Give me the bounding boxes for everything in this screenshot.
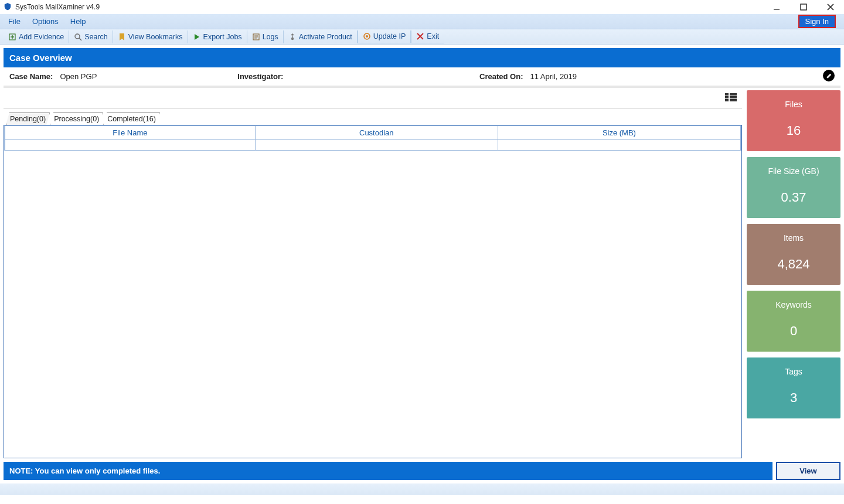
note-bar: NOTE: You can view only completed files. xyxy=(4,462,772,480)
activate-icon xyxy=(288,33,297,41)
toolbar-label: Add Evidence xyxy=(19,33,64,41)
title-bar: SysTools MailXaminer v4.9 xyxy=(0,0,844,14)
tile-tags[interactable]: Tags 3 xyxy=(747,357,840,418)
svg-rect-0 xyxy=(774,9,780,10)
created-on-value: 11 April, 2019 xyxy=(530,72,577,81)
tile-label: Items xyxy=(750,233,837,243)
svg-point-5 xyxy=(291,37,294,39)
tile-label: File Size (GB) xyxy=(750,166,837,176)
add-evidence-button[interactable]: Add Evidence xyxy=(4,30,69,43)
toolbar-label: Update IP xyxy=(373,32,406,40)
status-strip xyxy=(0,483,844,495)
window-maximize-icon[interactable] xyxy=(797,1,810,13)
search-button[interactable]: Search xyxy=(69,30,113,43)
svg-rect-9 xyxy=(730,93,737,96)
exit-icon xyxy=(416,32,424,40)
case-name-value: Open PGP xyxy=(60,72,97,81)
tile-label: Keywords xyxy=(750,300,837,309)
created-on-label: Created On: xyxy=(479,72,523,81)
toolbar-label: Export Jobs xyxy=(203,33,242,41)
file-table: File Name Custodian Size (MB) xyxy=(4,125,742,458)
status-tabs: Pending(0) Processing(0) Completed(16) xyxy=(4,113,742,125)
logs-icon xyxy=(252,33,260,41)
menu-bar: File Options Help Sign In xyxy=(0,14,844,29)
view-bookmarks-button[interactable]: View Bookmarks xyxy=(113,30,188,43)
tile-label: Tags xyxy=(750,367,837,376)
tab-pending[interactable]: Pending(0) xyxy=(6,113,50,125)
tile-value: 0.37 xyxy=(750,190,837,205)
tile-label: Files xyxy=(750,100,837,109)
add-icon xyxy=(8,33,16,41)
logs-button[interactable]: Logs xyxy=(247,30,284,43)
toolbar: Add Evidence Search View Bookmarks Expor… xyxy=(0,29,844,45)
column-custodian[interactable]: Custodian xyxy=(255,126,498,140)
sign-in-button[interactable]: Sign In xyxy=(798,15,836,28)
case-name-label: Case Name: xyxy=(9,72,53,81)
window-minimize-icon[interactable] xyxy=(770,1,783,13)
main-content-pane: Pending(0) Processing(0) Completed(16) F… xyxy=(4,88,742,458)
search-icon xyxy=(74,33,82,41)
update-icon xyxy=(363,32,371,40)
svg-rect-1 xyxy=(801,4,806,10)
svg-rect-13 xyxy=(730,99,737,101)
tile-value: 16 xyxy=(750,123,837,138)
toolbar-label: Logs xyxy=(263,33,278,41)
window-title: SysTools MailXaminer v4.9 xyxy=(15,3,100,11)
tile-value: 0 xyxy=(750,323,837,339)
menu-help[interactable]: Help xyxy=(70,17,86,26)
case-overview-header: Case Overview xyxy=(4,48,840,67)
menu-file[interactable]: File xyxy=(8,17,21,26)
view-toggle-icon[interactable] xyxy=(724,93,737,104)
tile-keywords[interactable]: Keywords 0 xyxy=(747,291,840,352)
export-icon xyxy=(193,33,201,41)
tile-value: 3 xyxy=(750,390,837,406)
investigator-label: Investigator: xyxy=(237,72,283,81)
table-row xyxy=(5,140,741,151)
column-size[interactable]: Size (MB) xyxy=(498,126,740,140)
app-logo-icon xyxy=(4,2,12,12)
tile-file-size[interactable]: File Size (GB) 0.37 xyxy=(747,157,840,218)
svg-rect-12 xyxy=(725,99,729,101)
toolbar-label: Activate Product xyxy=(299,33,352,41)
tile-value: 4,824 xyxy=(750,257,837,272)
toolbar-label: Exit xyxy=(427,32,439,40)
edit-case-icon[interactable] xyxy=(823,70,835,81)
activate-product-button[interactable]: Activate Product xyxy=(284,30,358,43)
svg-point-3 xyxy=(75,34,80,39)
window-close-icon[interactable] xyxy=(824,1,837,13)
toolbar-label: Search xyxy=(84,33,108,41)
column-file-name[interactable]: File Name xyxy=(5,126,256,140)
export-jobs-button[interactable]: Export Jobs xyxy=(188,30,247,43)
svg-rect-8 xyxy=(725,93,729,96)
tab-label: Completed(16) xyxy=(107,115,156,123)
bookmark-icon xyxy=(118,33,126,41)
svg-rect-10 xyxy=(725,96,729,98)
scroll-gutter xyxy=(741,126,741,140)
tab-processing[interactable]: Processing(0) xyxy=(50,113,103,125)
update-ip-button[interactable]: Update IP xyxy=(358,30,411,43)
tab-label: Processing(0) xyxy=(54,115,99,123)
tab-label: Pending(0) xyxy=(10,115,46,123)
svg-point-7 xyxy=(366,35,368,38)
stats-tiles: Files 16 File Size (GB) 0.37 Items 4,824… xyxy=(747,88,840,458)
svg-rect-11 xyxy=(730,96,737,98)
toolbar-label: View Bookmarks xyxy=(128,33,183,41)
menu-options[interactable]: Options xyxy=(32,17,59,26)
tab-completed[interactable]: Completed(16) xyxy=(103,113,160,125)
view-button[interactable]: View xyxy=(776,462,840,480)
tile-files[interactable]: Files 16 xyxy=(747,90,840,151)
tile-items[interactable]: Items 4,824 xyxy=(747,224,840,285)
case-info-bar: Case Name: Open PGP Investigator: Create… xyxy=(4,67,840,88)
exit-button[interactable]: Exit xyxy=(411,30,444,43)
